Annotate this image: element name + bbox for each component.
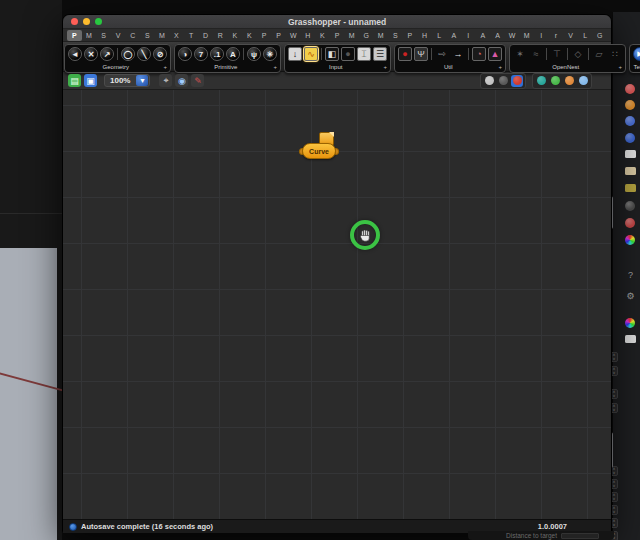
tab-V-3[interactable]: V <box>111 30 126 41</box>
bounding-icon[interactable]: ◇ <box>571 47 585 61</box>
panel-folder-icon[interactable] <box>625 184 636 192</box>
tab-C-4[interactable]: C <box>125 30 140 41</box>
input-nub[interactable] <box>299 148 303 155</box>
param-vector-icon[interactable]: ↗ <box>100 47 114 61</box>
panel-icon[interactable]: ☰ <box>373 47 387 61</box>
group-expand-button[interactable]: + <box>498 64 502 70</box>
tab-I-32[interactable]: I <box>534 30 549 41</box>
tab-S-22[interactable]: S <box>388 30 403 41</box>
group-expand-button[interactable]: + <box>163 64 167 70</box>
cluster-icon[interactable]: ▲ <box>488 47 502 61</box>
panel-help-icon[interactable]: ? <box>625 270 636 281</box>
panel-box-icon[interactable] <box>625 133 635 143</box>
tab-L-25[interactable]: L <box>432 30 447 41</box>
panel-white-icon[interactable] <box>625 335 636 343</box>
preview-eye-icon[interactable]: ◉ <box>175 74 188 87</box>
tab-A-29[interactable]: A <box>490 30 505 41</box>
param-viewer-icon[interactable]: Ψ <box>414 47 428 61</box>
number-slider-icon[interactable]: ∿ <box>304 47 318 61</box>
relay-in-icon[interactable]: → <box>451 47 465 61</box>
param-line-icon[interactable]: ╲ <box>137 47 151 61</box>
digit-scroller-icon[interactable]: ⌶ <box>357 47 371 61</box>
tab-D-9[interactable]: D <box>198 30 213 41</box>
group-expand-button[interactable]: + <box>618 64 622 70</box>
preview-mesh-edges-icon[interactable] <box>549 75 561 87</box>
tab-A-26[interactable]: A <box>446 30 461 41</box>
zoom-dropdown-button[interactable]: ▼ <box>136 75 148 86</box>
tab-M-1[interactable]: M <box>82 30 97 41</box>
param-data-icon[interactable]: ✳ <box>263 47 277 61</box>
tab-V-34[interactable]: V <box>563 30 578 41</box>
panel-layers-icon[interactable] <box>625 150 636 158</box>
curve-component[interactable]: Curve <box>302 143 336 159</box>
tab-S-2[interactable]: S <box>96 30 111 41</box>
sketch-pen-icon[interactable]: ✎ <box>191 74 204 87</box>
param-point-icon[interactable]: ✕ <box>84 47 98 61</box>
tab-T-8[interactable]: T <box>184 30 199 41</box>
panel-settings-icon[interactable]: ⚙ <box>625 291 636 302</box>
panel-color-wheel-2-icon[interactable] <box>625 318 635 328</box>
grid-points-icon[interactable]: ∷ <box>608 47 622 61</box>
tab-S-5[interactable]: S <box>140 30 155 41</box>
tab-H-16[interactable]: H <box>301 30 316 41</box>
panel-orange-icon[interactable] <box>625 100 635 110</box>
panel-material-icon[interactable] <box>625 218 635 228</box>
cherry-picker-icon[interactable]: ● <box>398 47 412 61</box>
save-document-icon[interactable]: ▣ <box>84 74 97 87</box>
tab-I-27[interactable]: I <box>461 30 476 41</box>
tab-M-21[interactable]: M <box>373 30 388 41</box>
tab-W-30[interactable]: W <box>505 30 520 41</box>
tab-X-7[interactable]: X <box>169 30 184 41</box>
tab-G-36[interactable]: G <box>592 30 607 41</box>
tab-A-28[interactable]: A <box>476 30 491 41</box>
preview-document-icon[interactable] <box>577 75 589 87</box>
sheet-icon[interactable]: ▱ <box>592 47 606 61</box>
zoom-extents-icon[interactable]: ⌖ <box>159 74 172 87</box>
tab-P-13[interactable]: P <box>257 30 272 41</box>
tab-M-19[interactable]: M <box>344 30 359 41</box>
no-preview-icon[interactable] <box>483 75 495 87</box>
boolean-toggle-icon[interactable]: ◧ <box>325 47 339 61</box>
tab-P-14[interactable]: P <box>271 30 286 41</box>
param-path-icon[interactable]: ψ <box>247 47 261 61</box>
param-surface-icon[interactable]: ⊘ <box>153 47 167 61</box>
tab-K-11[interactable]: K <box>228 30 243 41</box>
wireframe-preview-icon[interactable] <box>497 75 509 87</box>
label-tool-icon[interactable]: ⊤ <box>550 47 564 61</box>
tab-P-23[interactable]: P <box>403 30 418 41</box>
rhino-viewport[interactable] <box>0 248 57 540</box>
tab-M-31[interactable]: M <box>519 30 534 41</box>
group-expand-button[interactable]: + <box>273 64 277 70</box>
tab-K-12[interactable]: K <box>242 30 257 41</box>
tab-L-35[interactable]: L <box>578 30 593 41</box>
tab-G-20[interactable]: G <box>359 30 374 41</box>
panel-display-icon[interactable] <box>625 201 635 211</box>
panel-notes-icon[interactable] <box>625 167 636 175</box>
knob-icon[interactable]: ● <box>341 47 355 61</box>
param-geometry-icon[interactable]: ◄ <box>68 47 82 61</box>
param-text-icon[interactable]: A <box>226 47 240 61</box>
tab-W-15[interactable]: W <box>286 30 301 41</box>
group-expand-button[interactable]: + <box>383 64 387 70</box>
param-integer-icon[interactable]: 7 <box>194 47 208 61</box>
data-dam-icon[interactable]: ◔ <box>472 47 486 61</box>
command-value-field[interactable] <box>561 533 599 539</box>
tab-M-6[interactable]: M <box>155 30 170 41</box>
panel-color-wheel-icon[interactable] <box>625 235 635 245</box>
panel-image-icon[interactable] <box>625 116 635 126</box>
tab-R-10[interactable]: R <box>213 30 228 41</box>
nesting-icon[interactable]: ✶ <box>513 47 527 61</box>
preview-selected-only-icon[interactable] <box>535 75 547 87</box>
tab-H-24[interactable]: H <box>417 30 432 41</box>
output-nub[interactable] <box>335 148 339 155</box>
panel-red-icon[interactable] <box>625 84 635 94</box>
telepathy-sender-icon[interactable]: ▶ <box>633 47 640 61</box>
new-document-icon[interactable]: ▤ <box>68 74 81 87</box>
tab-P-18[interactable]: P <box>330 30 345 41</box>
title-bar[interactable]: Grasshopper - unnamed <box>63 15 611 29</box>
button-icon[interactable]: ↓ <box>288 47 302 61</box>
relay-out-icon[interactable]: ⇨ <box>435 47 449 61</box>
transform-icon[interactable]: ≈ <box>529 47 543 61</box>
gh-canvas[interactable]: Curve <box>63 90 611 519</box>
tab-P-0[interactable]: P <box>67 30 82 41</box>
